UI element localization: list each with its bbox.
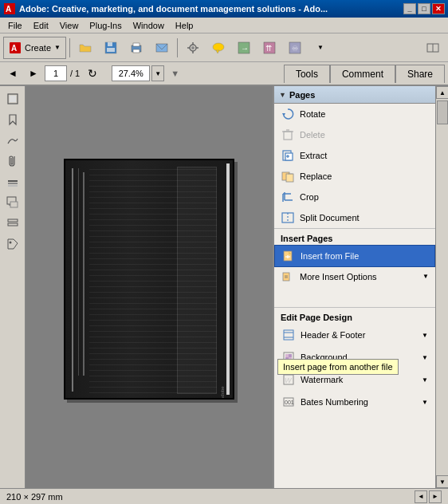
svg-point-37 [9, 242, 11, 244]
create-button[interactable]: A Create ▼ [3, 37, 66, 59]
page-number-input[interactable] [45, 65, 67, 81]
share1-button[interactable]: → [232, 37, 256, 59]
zoom-arrow-2: ▼ [171, 69, 179, 78]
title-bar: A Adobe: Creative, marketing, and docume… [0, 0, 448, 18]
svg-rect-39 [284, 132, 292, 140]
comments-panel-icon[interactable] [3, 193, 22, 212]
save-button[interactable] [99, 37, 123, 59]
replace-icon [281, 169, 295, 183]
menu-bar: File Edit View Plug-Ins Window Help [0, 18, 448, 33]
rotate-label: Rotate [300, 109, 325, 119]
email-icon [155, 41, 169, 55]
watermark-label: Watermark [301, 375, 343, 384]
zoom-input[interactable] [112, 65, 150, 81]
menu-file[interactable]: File [3, 19, 27, 32]
share3-button[interactable]: ♾ [283, 37, 307, 59]
menu-view[interactable]: View [55, 19, 84, 32]
minimize-button[interactable]: _ [403, 3, 416, 14]
tab-comment[interactable]: Comment [330, 65, 395, 83]
tab-tools[interactable]: Tools [284, 65, 330, 83]
menu-edit[interactable]: Edit [29, 19, 53, 32]
svg-text:→: → [241, 44, 249, 53]
extract-item[interactable]: Extract [274, 145, 435, 166]
svg-rect-6 [107, 48, 115, 52]
svg-rect-8 [133, 43, 140, 46]
svg-text:♾: ♾ [292, 45, 298, 53]
extract-label: Extract [300, 151, 327, 160]
more-toolbar-button[interactable]: ▼ [308, 37, 332, 59]
crop-item[interactable]: Crop [274, 187, 435, 207]
bates-numbering-item[interactable]: 001 Bates Numbering ▼ [274, 391, 435, 413]
panel-scrollbar: ▲ ▼ [435, 86, 448, 488]
scroll-down-button[interactable]: ▼ [436, 475, 448, 488]
fields-panel-icon[interactable] [3, 214, 22, 233]
settings-button[interactable] [181, 37, 205, 59]
page-thumbnails-icon[interactable] [3, 89, 22, 108]
tooltip: Insert page from another file [277, 359, 399, 375]
settings-icon [186, 41, 200, 55]
share2-button[interactable]: ⇈ [257, 37, 281, 59]
total-pages: / 1 [69, 69, 81, 78]
status-prev-button[interactable]: ◄ [415, 490, 427, 503]
menu-plugins[interactable]: Plug-Ins [84, 19, 126, 32]
comment-bubble-button[interactable] [206, 37, 230, 59]
layers-icon[interactable] [3, 172, 22, 191]
more-insert-options-item[interactable]: More Insert Options ▼ [274, 267, 435, 285]
print-button[interactable] [124, 37, 148, 59]
svg-rect-67 [289, 354, 292, 357]
scroll-up-button[interactable]: ▲ [436, 86, 448, 99]
svg-rect-36 [8, 223, 18, 226]
back-button[interactable]: ◄ [3, 65, 22, 82]
tab-share[interactable]: Share [395, 65, 445, 83]
toolbar: A Create ▼ [0, 33, 448, 62]
window-controls: _ □ ✕ [403, 3, 445, 14]
open-button[interactable] [73, 37, 97, 59]
extract-icon [281, 148, 295, 163]
scroll-thumb[interactable] [437, 100, 448, 124]
refresh-button[interactable]: ↻ [83, 65, 102, 82]
create-icon: A [9, 41, 22, 54]
svg-rect-66 [285, 354, 289, 357]
tags-icon[interactable] [3, 234, 22, 254]
delete-label: Delete [300, 130, 325, 140]
menu-window[interactable]: Window [128, 19, 169, 32]
close-button[interactable]: ✕ [432, 3, 445, 14]
app-icon: A [3, 2, 16, 15]
split-document-item[interactable]: Split Document [274, 207, 435, 228]
header-footer-icon [281, 328, 296, 342]
insert-from-file-item[interactable]: Insert from File [274, 245, 435, 267]
replace-item[interactable]: Replace [274, 166, 435, 187]
svg-rect-31 [8, 185, 18, 187]
attachments-icon[interactable] [3, 152, 22, 171]
maximize-button[interactable]: □ [418, 3, 430, 14]
svg-text:001: 001 [285, 400, 294, 405]
status-next-button[interactable]: ► [429, 490, 442, 503]
expand-icon [426, 41, 440, 55]
email-button[interactable] [150, 37, 174, 59]
expand-button[interactable] [421, 37, 445, 59]
bookmarks-icon[interactable] [3, 110, 22, 129]
print-icon [129, 41, 143, 55]
folder-icon [78, 41, 92, 55]
svg-rect-61 [284, 330, 293, 340]
menu-help[interactable]: Help [171, 19, 198, 32]
more-options-label: More Insert Options [300, 272, 377, 282]
share1-icon: → [237, 41, 251, 55]
header-footer-item[interactable]: Header & Footer ▼ [274, 324, 435, 346]
signatures-icon[interactable] [3, 131, 22, 150]
forward-button[interactable]: ► [24, 65, 43, 82]
svg-rect-30 [8, 183, 18, 184]
zoom-dropdown-button[interactable]: ▼ [151, 65, 164, 81]
more-options-dropdown-arrow: ▼ [422, 273, 429, 280]
delete-item: Delete [274, 124, 435, 145]
bates-numbering-icon: 001 [281, 395, 296, 409]
insert-pages-section: Insert Pages [274, 228, 435, 245]
insert-from-file-label: Insert from File [301, 251, 359, 261]
toolbar-separator-2 [177, 38, 178, 57]
insert-file-icon [281, 249, 296, 263]
delete-icon [281, 128, 295, 142]
svg-rect-58 [283, 273, 289, 281]
rotate-item[interactable]: Rotate [274, 104, 435, 124]
svg-rect-34 [10, 202, 18, 207]
split-icon [281, 211, 295, 225]
